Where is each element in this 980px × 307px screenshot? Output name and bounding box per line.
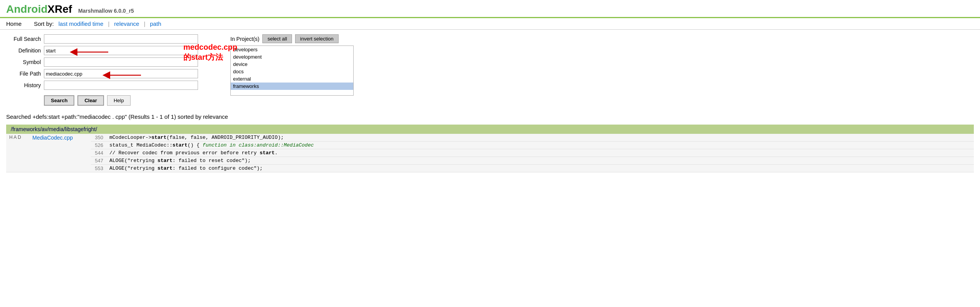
history-label: History [6, 82, 41, 88]
filepath-label: File Path [6, 71, 41, 77]
search-form: Full Search Definition [6, 34, 974, 106]
definition-arrow [66, 47, 112, 57]
line-num-cell: 547 [91, 157, 106, 165]
code-cell: ALOGE("retrying start: failed to configu… [106, 165, 974, 172]
result-summary: Searched +defs:start +path:"mediacodec .… [6, 112, 974, 121]
help-button[interactable]: Help [107, 95, 131, 106]
sort-by-path-link[interactable]: path [150, 20, 161, 27]
select-all-button[interactable]: select all [262, 34, 292, 43]
table-row: 526status_t MediaCodec::start() { functi… [6, 142, 974, 149]
projects-header: In Project(s) select all invert selectio… [230, 34, 354, 43]
definition-row: Definition [6, 46, 198, 55]
sort-by-relevance-link[interactable]: relevance [114, 20, 139, 27]
table-row: 547ALOGE("retrying start: failed to rese… [6, 157, 974, 165]
code-cell: mCodecLooper->start(false, false, ANDROI… [106, 134, 974, 142]
projects-label: In Project(s) [230, 36, 259, 42]
result-path-header: /frameworks/av/media/libstagefright/ [6, 125, 974, 134]
projects-list[interactable]: developersdevelopmentdevicedocsexternalf… [230, 46, 354, 96]
definition-label: Definition [6, 47, 41, 54]
projects-panel: In Project(s) select all invert selectio… [230, 34, 354, 96]
clear-button[interactable]: Clear [77, 95, 104, 106]
project-item[interactable]: frameworks [231, 83, 353, 90]
line-num-cell: 350 [91, 134, 106, 142]
filename-cell[interactable]: MediaCodec.cpp [29, 134, 91, 172]
filepath-row: File Path [6, 69, 198, 78]
project-item[interactable]: development [231, 53, 353, 61]
symbol-label: Symbol [6, 59, 41, 65]
full-search-label: Full Search [6, 36, 41, 42]
button-row: Search Clear Help [44, 95, 198, 106]
home-link[interactable]: Home [6, 20, 22, 27]
sort-by-modified-link[interactable]: last modified time [59, 20, 104, 27]
sep2: | [144, 20, 145, 27]
line-num-cell: 553 [91, 165, 106, 172]
brand-logo: AndroidXRef [6, 3, 75, 15]
full-search-input[interactable] [44, 34, 198, 44]
result-table: H A DMediaCodec.cpp350mCodecLooper->star… [6, 134, 974, 172]
project-item[interactable]: external [231, 75, 353, 83]
search-fields: Full Search Definition [6, 34, 198, 106]
sort-label: Sort by: [34, 20, 54, 27]
code-cell: status_t MediaCodec::start() { function … [106, 142, 974, 149]
search-button[interactable]: Search [44, 95, 74, 106]
filepath-arrow [99, 70, 145, 81]
line-num-cell: 544 [91, 149, 106, 157]
project-item[interactable]: developers [231, 46, 353, 53]
invert-selection-button[interactable]: invert selection [295, 34, 339, 43]
symbol-row: Symbol [6, 57, 198, 67]
table-row: 553ALOGE("retrying start: failed to conf… [6, 165, 974, 172]
full-search-row: Full Search [6, 34, 198, 44]
table-row: H A DMediaCodec.cpp350mCodecLooper->star… [6, 134, 974, 142]
history-row: History [6, 81, 198, 90]
project-item[interactable]: docs [231, 68, 353, 75]
code-cell: // Recover codec from previous error bef… [106, 149, 974, 157]
version-label: Marshmallow 6.0.0_r5 [78, 8, 134, 14]
code-cell: ALOGE("retrying start: failed to reset c… [106, 157, 974, 165]
brand-xref: XRef [47, 3, 72, 15]
history-input[interactable] [44, 81, 198, 90]
symbol-input[interactable] [44, 57, 198, 67]
hads-cell: H A D [6, 134, 29, 172]
sep1: | [108, 20, 109, 27]
main-content: Full Search Definition [0, 30, 980, 177]
page-header: AndroidXRef Marshmallow 6.0.0_r5 [0, 0, 980, 18]
navbar: Home Sort by: last modified time | relev… [0, 18, 980, 30]
line-num-cell: 526 [91, 142, 106, 149]
table-row: 544// Recover codec from previous error … [6, 149, 974, 157]
project-item[interactable]: device [231, 61, 353, 68]
brand-android: Android [6, 3, 47, 15]
